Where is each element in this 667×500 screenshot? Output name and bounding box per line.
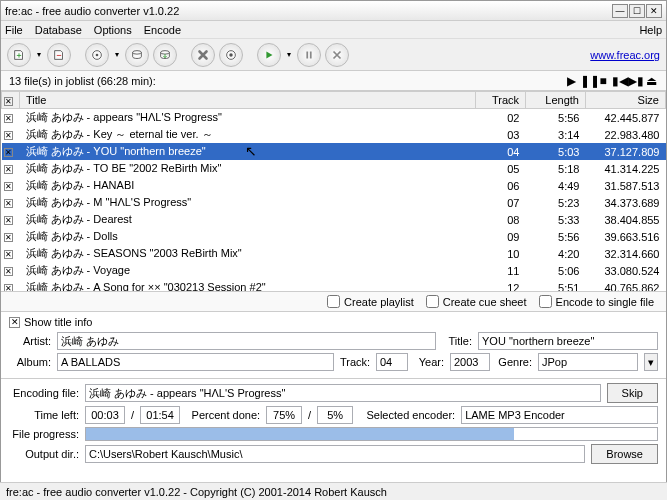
encode-stop-icon[interactable] <box>325 43 349 67</box>
col-track[interactable]: Track <box>476 92 526 109</box>
statusbar: fre:ac - free audio converter v1.0.22 - … <box>0 482 667 500</box>
encode-dropdown-icon[interactable]: ▾ <box>285 43 293 67</box>
row-track: 08 <box>476 211 526 228</box>
table-row[interactable]: ✕浜崎 あゆみ - Key ～ eternal tie ver. ～033:14… <box>2 126 666 143</box>
create-cue-checkbox[interactable]: Create cue sheet <box>426 295 527 308</box>
percent-done-label: Percent done: <box>186 409 260 421</box>
add-files-icon[interactable] <box>7 43 31 67</box>
skip-button[interactable]: Skip <box>607 383 658 403</box>
player-stop-icon[interactable]: ■ <box>596 74 610 88</box>
row-track: 06 <box>476 177 526 194</box>
player-play-icon[interactable]: ▶ <box>564 74 578 88</box>
year-input[interactable] <box>450 353 490 371</box>
homepage-link[interactable]: www.freac.org <box>590 49 660 61</box>
cddb-query-icon[interactable] <box>125 43 149 67</box>
artist-input[interactable] <box>57 332 436 350</box>
table-row[interactable]: ✕浜崎 あゆみ - TO BE "2002 ReBirth Mix"055:18… <box>2 160 666 177</box>
row-track: 11 <box>476 262 526 279</box>
artist-label: Artist: <box>9 335 51 347</box>
menu-help[interactable]: Help <box>639 24 662 36</box>
row-check[interactable]: ✕ <box>2 177 20 194</box>
table-row[interactable]: ✕浜崎 あゆみ - Voyage115:0633.080.524 <box>2 262 666 279</box>
toolbar: ▾ ▾ ▾ www.freac.org <box>1 39 666 71</box>
player-eject-icon[interactable]: ⏏ <box>644 74 658 88</box>
genre-select[interactable] <box>538 353 638 371</box>
col-size[interactable]: Size <box>586 92 666 109</box>
row-size: 39.663.516 <box>586 228 666 245</box>
remove-file-icon[interactable] <box>47 43 71 67</box>
table-row[interactable]: ✕浜崎 あゆみ - Dolls095:5639.663.516 <box>2 228 666 245</box>
row-size: 41.314.225 <box>586 160 666 177</box>
row-size: 34.373.689 <box>586 194 666 211</box>
encode-pause-icon[interactable] <box>297 43 321 67</box>
title-input[interactable] <box>478 332 658 350</box>
col-check[interactable]: ✕ <box>2 92 20 109</box>
percent-file-field <box>266 406 302 424</box>
row-check[interactable]: ✕ <box>2 194 20 211</box>
configure-encoder-icon[interactable] <box>219 43 243 67</box>
joblist-summary: 13 file(s) in joblist (66:28 min): <box>9 75 156 87</box>
menu-encode[interactable]: Encode <box>144 24 181 36</box>
output-dir-field[interactable] <box>85 445 585 463</box>
table-row[interactable]: ✕浜崎 あゆみ - appears "HΛL'S Progress"025:56… <box>2 109 666 127</box>
track-label: Track: <box>340 356 370 368</box>
row-check[interactable]: ✕ <box>2 160 20 177</box>
track-input[interactable] <box>376 353 408 371</box>
add-cd-icon[interactable] <box>85 43 109 67</box>
menu-database[interactable]: Database <box>35 24 82 36</box>
table-row[interactable]: ✕浜崎 あゆみ - SEASONS "2003 ReBirth Mix"104:… <box>2 245 666 262</box>
row-check[interactable]: ✕ <box>2 143 20 160</box>
row-title: 浜崎 あゆみ - YOU "northern breeze" <box>20 143 476 160</box>
minimize-button[interactable]: — <box>612 4 628 18</box>
file-progress-bar <box>85 427 658 441</box>
table-row[interactable]: ✕浜崎 あゆみ - A Song for ×× "030213 Session … <box>2 279 666 291</box>
menu-file[interactable]: File <box>5 24 23 36</box>
col-title[interactable]: Title <box>20 92 476 109</box>
file-progress-label: File progress: <box>9 428 79 440</box>
time-left-label: Time left: <box>9 409 79 421</box>
window-title: fre:ac - free audio converter v1.0.22 <box>5 5 612 17</box>
table-row[interactable]: ✕浜崎 あゆみ - HANABI064:4931.587.513 <box>2 177 666 194</box>
row-check[interactable]: ✕ <box>2 262 20 279</box>
table-row[interactable]: ✕浜崎 あゆみ - M "HΛL'S Progress"075:2334.373… <box>2 194 666 211</box>
row-track: 09 <box>476 228 526 245</box>
encode-single-checkbox[interactable]: Encode to single file <box>539 295 654 308</box>
row-check[interactable]: ✕ <box>2 211 20 228</box>
joblist-table[interactable]: ✕ Title Track Length Size ✕浜崎 あゆみ - appe… <box>1 91 666 291</box>
row-title: 浜崎 あゆみ - Voyage <box>20 262 476 279</box>
player-next-icon[interactable]: ▶▮ <box>628 74 642 88</box>
row-title: 浜崎 あゆみ - M "HΛL'S Progress" <box>20 194 476 211</box>
cddb-submit-icon[interactable] <box>153 43 177 67</box>
player-prev-icon[interactable]: ▮◀ <box>612 74 626 88</box>
maximize-button[interactable]: ☐ <box>629 4 645 18</box>
row-check[interactable]: ✕ <box>2 279 20 291</box>
close-button[interactable]: ✕ <box>646 4 662 18</box>
joblist-summary-row: 13 file(s) in joblist (66:28 min): ▶ ❚❚ … <box>1 71 666 91</box>
add-cd-dropdown-icon[interactable]: ▾ <box>113 43 121 67</box>
encoding-file-label: Encoding file: <box>9 387 79 399</box>
create-playlist-checkbox[interactable]: Create playlist <box>327 295 414 308</box>
settings-icon[interactable] <box>191 43 215 67</box>
row-track: 12 <box>476 279 526 291</box>
row-length: 5:33 <box>526 211 586 228</box>
row-check[interactable]: ✕ <box>2 109 20 127</box>
album-input[interactable] <box>57 353 334 371</box>
row-length: 5:51 <box>526 279 586 291</box>
genre-label: Genre: <box>496 356 532 368</box>
close-title-info-icon[interactable]: ✕ <box>9 317 20 328</box>
encode-play-icon[interactable] <box>257 43 281 67</box>
row-title: 浜崎 あゆみ - Dolls <box>20 228 476 245</box>
row-title: 浜崎 あゆみ - appears "HΛL'S Progress" <box>20 109 476 127</box>
genre-dropdown-icon[interactable]: ▾ <box>644 353 658 371</box>
menu-options[interactable]: Options <box>94 24 132 36</box>
table-row[interactable]: ✕浜崎 あゆみ - YOU "northern breeze"045:0337.… <box>2 143 666 160</box>
browse-button[interactable]: Browse <box>591 444 658 464</box>
row-check[interactable]: ✕ <box>2 228 20 245</box>
col-length[interactable]: Length <box>526 92 586 109</box>
row-check[interactable]: ✕ <box>2 245 20 262</box>
table-row[interactable]: ✕浜崎 あゆみ - Dearest085:3338.404.855 <box>2 211 666 228</box>
row-check[interactable]: ✕ <box>2 126 20 143</box>
row-title: 浜崎 あゆみ - SEASONS "2003 ReBirth Mix" <box>20 245 476 262</box>
player-pause-icon[interactable]: ❚❚ <box>580 74 594 88</box>
add-files-dropdown-icon[interactable]: ▾ <box>35 43 43 67</box>
